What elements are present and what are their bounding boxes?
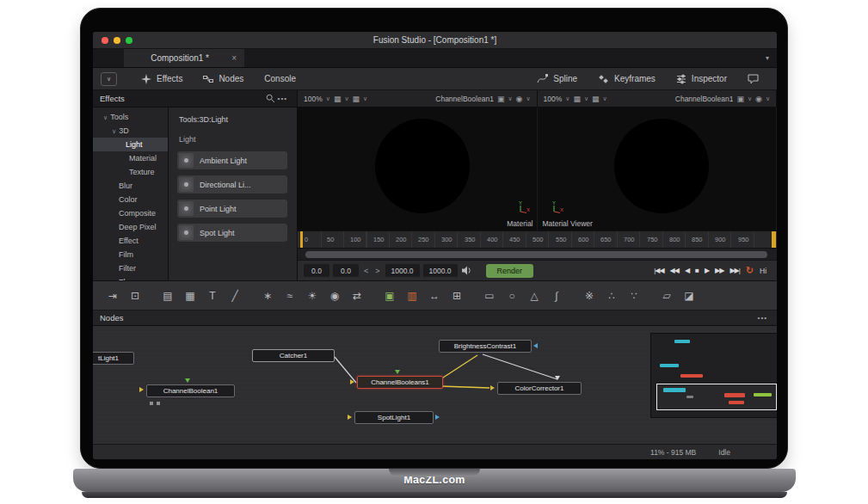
chevron-down-icon[interactable]: ∨ bbox=[603, 95, 607, 102]
input-port[interactable] bbox=[533, 343, 538, 348]
particle-emitter-icon[interactable]: ※ bbox=[578, 290, 600, 302]
input-port[interactable] bbox=[139, 387, 144, 392]
fast-forward-button[interactable]: ▶▶ bbox=[715, 267, 723, 274]
search-icon[interactable] bbox=[266, 94, 275, 103]
color-corrector-icon[interactable]: ◉ bbox=[323, 290, 346, 302]
input-port[interactable] bbox=[185, 378, 190, 383]
bspline-mask-icon[interactable]: ∫ bbox=[545, 290, 568, 302]
viewer-options-icon[interactable]: ▦ bbox=[353, 95, 360, 103]
range-end-field[interactable]: 1000.0 bbox=[385, 264, 420, 277]
tree-item-light[interactable]: Light bbox=[93, 138, 168, 151]
spline-panel-button[interactable]: Spline bbox=[526, 74, 588, 84]
node-graph-minimap[interactable] bbox=[650, 333, 777, 418]
chevron-down-icon[interactable]: ∨ bbox=[344, 95, 348, 102]
viewer-3d-icon[interactable]: ◉ bbox=[755, 95, 762, 103]
viewer2-zoom[interactable]: 100% bbox=[544, 95, 563, 103]
tree-item-composite[interactable]: Composite bbox=[93, 206, 168, 220]
node-graph[interactable]: tLight1 Catcher1 ChannelBoolean1 Channel… bbox=[93, 326, 777, 444]
go-to-start-button[interactable]: |◀◀ bbox=[654, 267, 663, 274]
step-forward-button[interactable]: > bbox=[373, 267, 381, 275]
viewer2-canvas[interactable]: Y X Material Viewer bbox=[538, 108, 778, 230]
timeline-scrollbar[interactable] bbox=[298, 248, 777, 260]
resize-tool-icon[interactable]: ↔ bbox=[423, 290, 446, 302]
go-to-end-button[interactable]: ▶▶| bbox=[729, 267, 739, 274]
viewer1-source[interactable]: ChannelBoolean1 bbox=[435, 95, 494, 103]
tree-item-filter[interactable]: Filter bbox=[93, 261, 168, 275]
media-out-icon[interactable]: ▥ bbox=[401, 290, 423, 302]
tool-ambient-light[interactable]: Ambient Light bbox=[177, 151, 287, 169]
rectangle-mask-icon[interactable]: ▭ bbox=[478, 290, 501, 302]
tab-close-icon[interactable]: × bbox=[230, 53, 238, 63]
node-catcher1[interactable]: Catcher1 bbox=[252, 349, 335, 362]
panel-toggle-button[interactable]: ∨ bbox=[101, 72, 117, 86]
comments-button[interactable] bbox=[737, 74, 769, 84]
chevron-down-icon[interactable]: ∨ bbox=[112, 128, 116, 134]
speaker-icon[interactable] bbox=[461, 266, 472, 275]
zoom-window-button[interactable] bbox=[126, 37, 132, 44]
timeline-ruler[interactable]: 0 50 100 150 200 250 300 350 400 450 500… bbox=[298, 230, 777, 248]
viewer1-canvas[interactable]: Y X Material bbox=[298, 108, 538, 230]
scrollbar-thumb[interactable] bbox=[305, 251, 767, 258]
renderer-3d-icon[interactable]: ◪ bbox=[678, 290, 700, 302]
crop-tool-icon[interactable]: ⊞ bbox=[446, 290, 468, 302]
viewer-layout-icon[interactable]: ▦ bbox=[573, 95, 581, 103]
transform-tool-icon[interactable]: ⇄ bbox=[346, 290, 368, 302]
input-port[interactable] bbox=[490, 385, 495, 390]
effects-panel-button[interactable]: Effects bbox=[131, 68, 193, 89]
chevron-down-icon[interactable]: ∨ bbox=[526, 95, 530, 102]
particle-merge-icon[interactable]: ∴ bbox=[600, 290, 623, 302]
node-spotlight1[interactable]: SpotLight1 bbox=[354, 411, 434, 424]
blur-tool-icon[interactable]: ∗ bbox=[256, 290, 279, 302]
nodes-menu-icon[interactable]: ••• bbox=[755, 314, 770, 322]
input-port[interactable] bbox=[348, 415, 352, 420]
node-tlight1[interactable]: tLight1 bbox=[93, 352, 134, 365]
fast-reverse-button[interactable]: ◀◀ bbox=[670, 267, 679, 274]
chevron-down-icon[interactable]: ∨ bbox=[326, 95, 330, 102]
io-in-icon[interactable]: ⇥ bbox=[102, 290, 124, 302]
render-range-end-marker[interactable] bbox=[772, 231, 776, 248]
current-frame-field[interactable]: 0.0 bbox=[333, 264, 359, 277]
viewer-3d-icon[interactable]: ◉ bbox=[516, 95, 523, 103]
viewer1-zoom[interactable]: 100% bbox=[304, 95, 323, 103]
viewer-layout-icon[interactable]: ▦ bbox=[334, 95, 342, 103]
high-quality-toggle[interactable]: Hi bbox=[760, 267, 771, 275]
particle-render-icon[interactable]: ∵ bbox=[623, 290, 645, 302]
tab-list-chevron-icon[interactable]: ▾ bbox=[766, 49, 769, 67]
chevron-down-icon[interactable]: ∨ bbox=[363, 95, 367, 102]
input-port[interactable] bbox=[555, 376, 560, 380]
output-port[interactable] bbox=[435, 415, 440, 420]
chevron-down-icon[interactable]: ∨ bbox=[508, 95, 512, 102]
ellipse-mask-icon[interactable]: ○ bbox=[501, 290, 523, 302]
tree-item-color[interactable]: Color bbox=[93, 193, 168, 206]
tool-directional-light[interactable]: Directional Li... bbox=[177, 175, 287, 194]
tree-item-film[interactable]: Film bbox=[93, 248, 168, 261]
chevron-down-icon[interactable]: ∨ bbox=[584, 95, 588, 102]
tab-composition1[interactable]: Composition1 * × bbox=[124, 49, 244, 67]
fast-noise-icon[interactable]: ▦ bbox=[179, 290, 201, 302]
inspector-panel-button[interactable]: Inspector bbox=[666, 74, 737, 84]
keyframes-panel-button[interactable]: Keyframes bbox=[588, 74, 666, 84]
io-out-icon[interactable]: ⊡ bbox=[124, 290, 146, 302]
tool-spot-light[interactable]: Spot Light bbox=[177, 224, 287, 242]
image-plane-icon[interactable]: ▱ bbox=[656, 290, 678, 302]
play-reverse-button[interactable]: ◀ bbox=[685, 267, 689, 274]
tree-item-deep-pixel[interactable]: Deep Pixel bbox=[93, 220, 168, 234]
node-channelboolean1[interactable]: ChannelBoolean1 bbox=[146, 384, 235, 397]
nodes-panel-button[interactable]: Nodes bbox=[193, 68, 254, 89]
tree-item-flow[interactable]: Flow bbox=[93, 275, 168, 280]
viewer-options-icon[interactable]: ▦ bbox=[592, 95, 600, 103]
text-tool-icon[interactable]: T bbox=[201, 290, 224, 302]
tree-item-tools[interactable]: ∨Tools bbox=[93, 110, 168, 124]
range-start-field[interactable]: 0.0 bbox=[304, 264, 329, 277]
render-range-start-marker[interactable] bbox=[300, 231, 303, 248]
tool-point-light[interactable]: Point Light bbox=[177, 200, 287, 218]
media-in-icon[interactable]: ▣ bbox=[379, 290, 401, 302]
glow-tool-icon[interactable]: ☀ bbox=[301, 290, 323, 302]
tree-item-texture[interactable]: Texture bbox=[93, 165, 168, 179]
polygon-mask-icon[interactable]: △ bbox=[523, 290, 545, 302]
render-button[interactable]: Render bbox=[486, 264, 534, 278]
chevron-down-icon[interactable]: ∨ bbox=[766, 95, 770, 102]
input-port[interactable] bbox=[395, 370, 400, 374]
viewer2-source[interactable]: ChannelBoolean1 bbox=[675, 95, 734, 103]
effects-menu-icon[interactable]: ••• bbox=[275, 95, 290, 102]
